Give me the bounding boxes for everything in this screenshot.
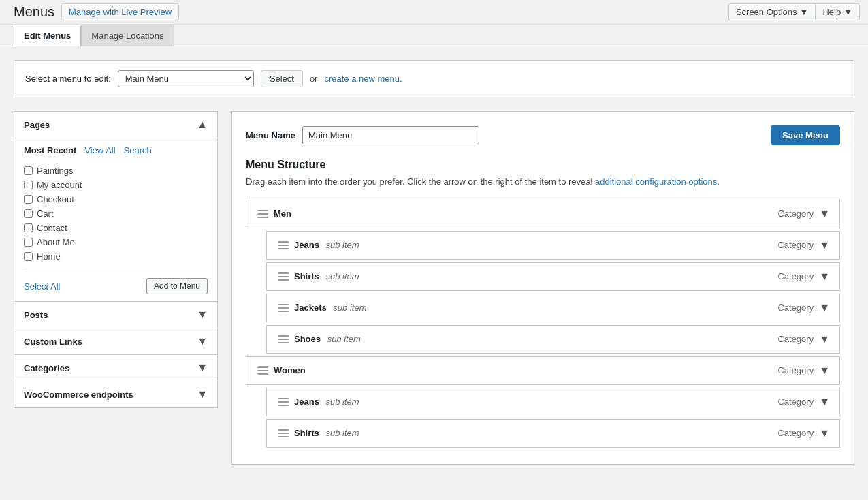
- accordion-posts-chevron-icon: ▼: [197, 309, 208, 321]
- accordion-custom-links-header[interactable]: Custom Links ▼: [14, 328, 217, 354]
- add-to-menu-button[interactable]: Add to Menu: [146, 278, 208, 294]
- accordion-woocommerce-chevron-icon: ▼: [197, 388, 208, 401]
- label-my-account: My account: [37, 180, 82, 190]
- checkbox-checkout[interactable]: [24, 195, 33, 204]
- checkbox-cart[interactable]: [24, 209, 33, 218]
- drag-handle-women-shirts[interactable]: [276, 426, 290, 440]
- checkbox-paintings[interactable]: [24, 166, 33, 175]
- menu-item-women-chevron-icon[interactable]: ▼: [819, 364, 830, 377]
- pages-tab-search[interactable]: Search: [124, 145, 152, 155]
- save-menu-button[interactable]: Save Menu: [771, 125, 840, 145]
- menu-item-jackets-bar: Jackets sub item Category ▼: [267, 294, 839, 322]
- top-bar-left: Menus Manage with Live Preview: [14, 3, 179, 20]
- menu-item-jackets-type: sub item: [331, 302, 367, 313]
- accordion-categories-chevron-icon: ▼: [197, 362, 208, 374]
- screen-options-chevron-icon: ▼: [800, 7, 809, 17]
- pages-tab-most-recent[interactable]: Most Recent: [24, 145, 76, 155]
- menu-item-women-shirts-type: sub item: [323, 428, 359, 438]
- women-sub-items: Jeans sub item Category ▼: [266, 388, 840, 448]
- drag-handle-men[interactable]: [256, 207, 270, 221]
- menu-item-men-chevron-icon[interactable]: ▼: [819, 208, 830, 220]
- page-title: Menus: [14, 4, 54, 20]
- screen-options-button[interactable]: Screen Options ▼: [728, 3, 815, 20]
- accordion-categories-header[interactable]: Categories ▼: [14, 355, 217, 381]
- menu-item-women-shirts-chevron-icon[interactable]: ▼: [819, 427, 830, 439]
- drag-handle-shoes[interactable]: [276, 332, 290, 346]
- menu-item-shirts-name: Shirts: [294, 271, 319, 281]
- menu-item-shirts-chevron-icon[interactable]: ▼: [819, 270, 830, 283]
- pages-tab-view-all[interactable]: View All: [84, 145, 115, 155]
- tab-edit-menus[interactable]: Edit Menus: [14, 25, 81, 46]
- menu-structure-title: Menu Structure: [246, 159, 840, 171]
- select-button[interactable]: Select: [261, 70, 303, 87]
- accordion-custom-links-label: Custom Links: [24, 337, 82, 347]
- menu-item-jeans-bar-left: Jeans sub item: [276, 238, 359, 252]
- menu-item-shirts-bar: Shirts sub item Category ▼: [267, 263, 839, 290]
- drag-handle-women[interactable]: [256, 364, 270, 377]
- list-item: My account: [24, 178, 208, 192]
- menu-item-jeans-right: Category ▼: [777, 239, 830, 251]
- menu-item-women-jeans-category: Category: [777, 396, 814, 407]
- menu-item-men-name: Men: [274, 208, 291, 219]
- checkbox-home[interactable]: [24, 252, 33, 261]
- menu-item-women-jeans-bar-left: Jeans sub item: [276, 395, 359, 409]
- help-button[interactable]: Help ▼: [815, 3, 860, 20]
- live-preview-button[interactable]: Manage with Live Preview: [61, 3, 179, 20]
- checkbox-my-account[interactable]: [24, 181, 33, 189]
- menu-name-input[interactable]: [302, 126, 479, 144]
- accordion-pages-chevron-icon: ▲: [197, 119, 208, 131]
- accordion-pages-body: Most Recent View All Search Paintings My…: [14, 138, 217, 301]
- checkbox-about-me[interactable]: [24, 238, 33, 247]
- menu-item-shirts-category: Category: [777, 271, 814, 281]
- menu-item-jackets-name: Jackets: [294, 302, 327, 313]
- accordion-custom-links-chevron-icon: ▼: [197, 335, 208, 347]
- menu-item-men-right: Category ▼: [777, 208, 830, 220]
- label-contact: Contact: [37, 223, 67, 233]
- menu-item-men-bar: Men Category ▼: [246, 200, 839, 228]
- drag-handle-jeans[interactable]: [276, 238, 290, 252]
- drag-handle-jackets[interactable]: [276, 301, 290, 315]
- select-menu-label: Select a menu to edit:: [25, 74, 111, 84]
- accordion-posts-header[interactable]: Posts ▼: [14, 302, 217, 328]
- menu-item-women-right: Category ▼: [777, 364, 830, 377]
- accordion-woocommerce-header[interactable]: WooCommerce endpoints ▼: [14, 381, 217, 407]
- accordion-categories: Categories ▼: [14, 355, 218, 381]
- list-item: Checkout: [24, 192, 208, 206]
- menu-item-shoes-bar: Shoes sub item Category ▼: [267, 326, 839, 353]
- menu-item-women-shirts-bar-left: Shirts sub item: [276, 426, 359, 440]
- label-about-me: About Me: [37, 237, 75, 247]
- list-item: Home: [24, 249, 208, 264]
- menu-select[interactable]: Main Menu: [118, 70, 254, 87]
- menu-item-shirts-right: Category ▼: [777, 270, 830, 283]
- menu-item-jeans-chevron-icon[interactable]: ▼: [819, 239, 830, 251]
- menu-item-women-bar-left: Women: [256, 364, 306, 377]
- list-item: About Me: [24, 235, 208, 249]
- menu-item-women-shirts-bar: Shirts sub item Category ▼: [267, 420, 839, 447]
- menu-item-jackets-right: Category ▼: [777, 302, 830, 314]
- accordion-posts: Posts ▼: [14, 302, 218, 328]
- menu-name-row-left: Menu Name: [246, 126, 479, 144]
- create-new-menu-link[interactable]: create a new menu.: [324, 74, 402, 84]
- menu-item-women-jeans-type: sub item: [323, 396, 359, 407]
- tabs-row: Edit Menus Manage Locations: [0, 25, 868, 46]
- checkbox-contact[interactable]: [24, 223, 33, 232]
- menu-item-jackets-chevron-icon[interactable]: ▼: [819, 302, 830, 314]
- menu-item-shoes-type: sub item: [325, 334, 361, 344]
- tab-manage-locations[interactable]: Manage Locations: [81, 25, 174, 46]
- pages-tabs: Most Recent View All Search: [24, 145, 208, 155]
- menu-item-women-bar: Women Category ▼: [246, 357, 839, 384]
- menu-item-jackets: Jackets sub item Category ▼: [266, 294, 840, 322]
- menu-item-shoes-chevron-icon[interactable]: ▼: [819, 333, 830, 345]
- select-all-link[interactable]: Select All: [24, 281, 60, 292]
- drag-handle-women-jeans[interactable]: [276, 395, 290, 409]
- select-menu-bar: Select a menu to edit: Main Menu Select …: [14, 60, 854, 97]
- menu-item-women-shirts-category: Category: [777, 428, 814, 438]
- menu-item-jackets-bar-left: Jackets sub item: [276, 301, 366, 315]
- additional-config-link[interactable]: additional configuration options: [595, 176, 717, 187]
- menu-item-women-jeans-chevron-icon[interactable]: ▼: [819, 396, 830, 408]
- menu-item-shirts-type: sub item: [323, 271, 359, 281]
- accordion-pages-header[interactable]: Pages ▲: [14, 112, 217, 138]
- screen-options-label: Screen Options: [736, 7, 797, 17]
- drag-handle-shirts[interactable]: [276, 270, 290, 283]
- main-content: Select a menu to edit: Main Menu Select …: [0, 46, 868, 478]
